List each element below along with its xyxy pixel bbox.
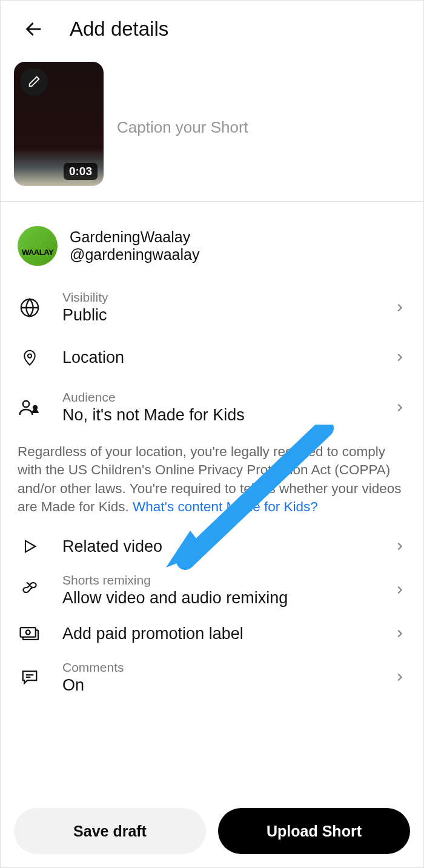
paid-promo-value: Add paid promotion label: [62, 624, 373, 643]
remix-value: Allow video and audio remixing: [62, 589, 373, 608]
visibility-row[interactable]: Visibility Public: [1, 279, 423, 336]
remix-row[interactable]: Shorts remixing Allow video and audio re…: [1, 565, 423, 616]
pencil-icon: [27, 75, 41, 88]
save-draft-button[interactable]: Save draft: [14, 808, 206, 854]
page-title: Add details: [70, 18, 168, 41]
coppa-notice: Regardless of your location, you're lega…: [1, 436, 423, 529]
money-icon: [19, 625, 40, 642]
caption-input[interactable]: [117, 62, 410, 186]
chevron-right-icon: [393, 351, 406, 364]
audience-label: Audience: [62, 390, 373, 405]
location-pin-icon: [21, 346, 39, 368]
svg-point-2: [28, 354, 31, 357]
chevron-right-icon: [393, 401, 406, 414]
remix-label: Shorts remixing: [62, 573, 373, 588]
location-row[interactable]: Location: [1, 336, 423, 379]
coppa-link[interactable]: What's content Made for Kids?: [133, 499, 318, 514]
audience-value: No, it's not Made for Kids: [62, 406, 373, 425]
svg-point-3: [23, 400, 30, 407]
video-thumbnail[interactable]: 0:03: [14, 62, 104, 186]
comments-icon: [21, 668, 39, 686]
chevron-right-icon: [393, 627, 406, 640]
bottom-bar: Save draft Upload Short: [14, 808, 410, 854]
audience-row[interactable]: Audience No, it's not Made for Kids: [1, 379, 423, 436]
channel-handle: @gardeningwaalay: [70, 246, 199, 263]
edit-thumbnail-button[interactable]: [20, 68, 48, 96]
visibility-label: Visibility: [62, 290, 373, 305]
location-value: Location: [62, 348, 373, 367]
header: Add details: [1, 1, 423, 53]
back-button[interactable]: [24, 19, 44, 39]
chevron-right-icon: [393, 540, 406, 553]
related-video-value: Related video: [62, 537, 373, 556]
chevron-right-icon: [393, 671, 406, 684]
comments-value: On: [62, 676, 373, 695]
svg-rect-7: [21, 628, 36, 637]
channel-row[interactable]: WAALAY GardeningWaalay @gardeningwaalay: [1, 202, 423, 279]
comments-label: Comments: [62, 660, 373, 675]
people-icon: [19, 399, 41, 417]
svg-marker-5: [25, 541, 35, 552]
play-icon: [21, 538, 38, 555]
remix-icon: [20, 580, 39, 600]
globe-icon: [19, 297, 40, 318]
channel-name: GardeningWaalay: [70, 228, 199, 246]
chevron-right-icon: [393, 301, 406, 314]
arrow-left-icon: [24, 19, 44, 39]
related-video-row[interactable]: Related video: [1, 529, 423, 565]
comments-row[interactable]: Comments On: [1, 652, 423, 703]
svg-point-4: [33, 406, 37, 409]
paid-promo-row[interactable]: Add paid promotion label: [1, 616, 423, 652]
chevron-right-icon: [393, 583, 406, 597]
caption-section: 0:03: [1, 53, 423, 201]
visibility-value: Public: [62, 306, 373, 325]
avatar: WAALAY: [18, 226, 58, 266]
upload-short-button[interactable]: Upload Short: [218, 808, 410, 854]
video-duration: 0:03: [64, 163, 98, 180]
